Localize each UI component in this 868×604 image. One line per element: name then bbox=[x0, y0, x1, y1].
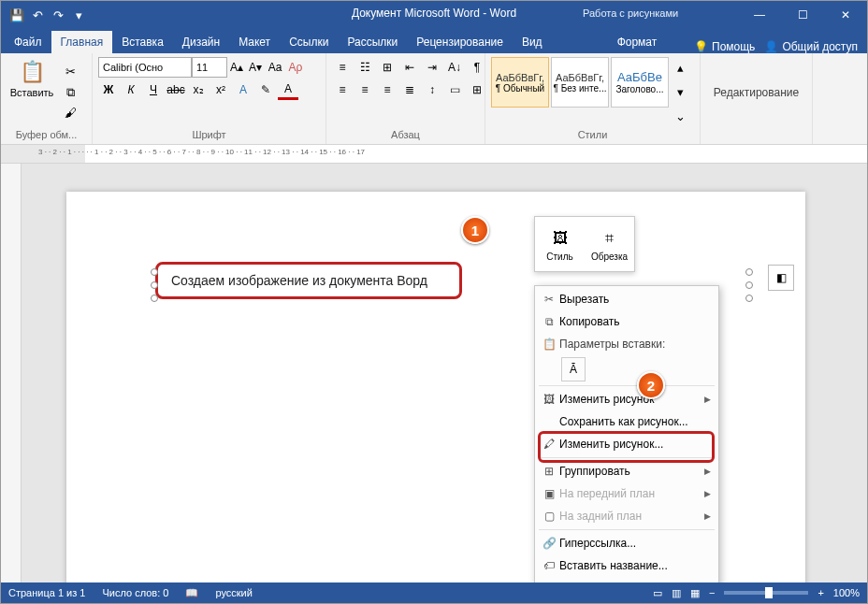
tab-file[interactable]: Файл bbox=[5, 31, 51, 53]
group-editing: Редактирование bbox=[701, 53, 813, 144]
zoom-in-icon[interactable]: + bbox=[817, 587, 823, 598]
styles-scroll-up-icon[interactable]: ▴ bbox=[671, 59, 689, 78]
multilevel-icon[interactable]: ⊞ bbox=[377, 57, 398, 78]
tab-format[interactable]: Формат bbox=[608, 31, 667, 53]
grow-font-icon[interactable]: A▴ bbox=[227, 61, 246, 74]
selected-textbox[interactable]: Создаем изображение из документа Ворд bbox=[155, 262, 462, 299]
tab-design[interactable]: Дизайн bbox=[173, 31, 229, 53]
vertical-ruler[interactable] bbox=[1, 164, 22, 582]
align-left-icon[interactable]: ≡ bbox=[332, 79, 353, 100]
layout-options-icon[interactable]: ◧ bbox=[768, 265, 794, 291]
ctx-edit-picture[interactable]: 🖍Изменить рисунок... bbox=[535, 433, 718, 455]
ctx-hyperlink[interactable]: 🔗Гиперссылка... bbox=[535, 532, 718, 554]
clear-format-icon[interactable]: Aρ bbox=[285, 61, 306, 74]
ctx-copy[interactable]: ⧉Копировать bbox=[535, 310, 718, 333]
editing-dropdown[interactable]: Редактирование bbox=[714, 86, 799, 99]
handle-right[interactable] bbox=[745, 268, 753, 276]
paste-option-keep-text[interactable]: Ā bbox=[561, 357, 586, 381]
status-language[interactable]: русский bbox=[215, 587, 252, 598]
style-no-spacing[interactable]: АаБбВвГг, ¶ Без инте... bbox=[551, 57, 609, 108]
tab-view[interactable]: Вид bbox=[513, 31, 552, 53]
tab-home[interactable]: Главная bbox=[51, 31, 113, 53]
zoom-level[interactable]: 100% bbox=[833, 587, 860, 598]
shading-icon[interactable]: ▭ bbox=[444, 79, 465, 100]
view-print-icon[interactable]: ▥ bbox=[672, 587, 681, 599]
page: Создаем изображение из документа Ворд ◧ … bbox=[66, 192, 805, 582]
line-spacing-icon[interactable]: ↕ bbox=[422, 79, 442, 100]
show-marks-icon[interactable]: ¶ bbox=[467, 57, 487, 78]
italic-button[interactable]: К bbox=[121, 79, 141, 100]
bullets-icon[interactable]: ≡ bbox=[332, 57, 353, 78]
zoom-slider[interactable] bbox=[724, 591, 808, 595]
ctx-change-picture[interactable]: 🖼Изменить рисунок▶ bbox=[535, 388, 718, 410]
proofing-icon[interactable]: 📖 bbox=[185, 587, 198, 599]
tab-review[interactable]: Рецензирование bbox=[407, 31, 513, 53]
ctx-wrap-text[interactable]: ▦Обтекание текстом▶ bbox=[535, 577, 718, 582]
handle-right2[interactable] bbox=[745, 281, 753, 289]
copy-icon[interactable]: ⧉ bbox=[61, 83, 80, 102]
styles-expand-icon[interactable]: ⌄ bbox=[671, 107, 689, 125]
minimize-button[interactable]: — bbox=[738, 1, 781, 29]
sort-icon[interactable]: A↓ bbox=[444, 57, 465, 78]
save-icon[interactable]: 💾 bbox=[8, 7, 25, 23]
qat-dropdown-icon[interactable]: ▾ bbox=[70, 7, 87, 23]
ctx-insert-caption[interactable]: 🏷Вставить название... bbox=[535, 554, 718, 577]
style-heading1[interactable]: АаБбВе Заголово... bbox=[611, 57, 669, 108]
bold-button[interactable]: Ж bbox=[98, 79, 119, 100]
underline-button[interactable]: Ч bbox=[143, 79, 164, 100]
text-effects-icon[interactable]: A bbox=[233, 79, 253, 100]
font-color-icon[interactable]: A bbox=[278, 79, 298, 100]
ctx-send-back[interactable]: ▢На задний план▶ bbox=[535, 505, 718, 527]
view-web-icon[interactable]: ▦ bbox=[690, 587, 700, 599]
handle-right3[interactable] bbox=[745, 295, 753, 302]
decrease-indent-icon[interactable]: ⇤ bbox=[399, 57, 420, 78]
handle-left2[interactable] bbox=[151, 281, 158, 289]
superscript-button[interactable]: x² bbox=[210, 79, 231, 100]
align-center-icon[interactable]: ≡ bbox=[354, 79, 375, 100]
subscript-button[interactable]: x₂ bbox=[188, 79, 209, 100]
increase-indent-icon[interactable]: ⇥ bbox=[422, 57, 442, 78]
chevron-right-icon: ▶ bbox=[704, 511, 711, 521]
numbering-icon[interactable]: ☷ bbox=[354, 57, 375, 78]
font-size-combo[interactable]: 11 bbox=[192, 57, 227, 78]
view-read-icon[interactable]: ▭ bbox=[653, 587, 662, 599]
close-button[interactable]: ✕ bbox=[824, 1, 867, 29]
font-name-combo[interactable]: Calibri (Осно bbox=[98, 57, 192, 78]
styles-scroll-down-icon[interactable]: ▾ bbox=[671, 82, 689, 101]
shrink-font-icon[interactable]: A▾ bbox=[246, 61, 265, 74]
cut-icon[interactable]: ✂ bbox=[61, 63, 80, 81]
justify-icon[interactable]: ≣ bbox=[399, 79, 420, 100]
align-right-icon[interactable]: ≡ bbox=[377, 79, 398, 100]
ctx-save-as-picture[interactable]: Сохранить как рисунок... bbox=[535, 410, 718, 433]
ctx-cut[interactable]: ✂Вырезать bbox=[535, 288, 718, 310]
mini-crop-button[interactable]: ⌗ Обрезка bbox=[585, 217, 634, 271]
share-button[interactable]: 👤Общий доступ bbox=[764, 40, 858, 53]
strike-button[interactable]: abc bbox=[166, 79, 186, 100]
horizontal-ruler[interactable]: 3 · · 2 · · 1 · · · · · 1 · · 2 · · 3 · … bbox=[1, 145, 867, 164]
zoom-thumb[interactable] bbox=[765, 587, 773, 598]
ctx-bring-front[interactable]: ▣На передний план▶ bbox=[535, 482, 718, 505]
tab-mailings[interactable]: Рассылки bbox=[338, 31, 407, 53]
highlight-icon[interactable]: ✎ bbox=[255, 79, 276, 100]
zoom-out-icon[interactable]: − bbox=[709, 587, 715, 598]
ctx-group[interactable]: ⊞Группировать▶ bbox=[535, 460, 718, 482]
style-normal[interactable]: АаБбВвГг, ¶ Обычный bbox=[491, 57, 549, 108]
format-painter-icon[interactable]: 🖌 bbox=[61, 104, 80, 122]
status-page[interactable]: Страница 1 из 1 bbox=[8, 587, 85, 598]
maximize-button[interactable]: ☐ bbox=[781, 1, 824, 29]
tab-references[interactable]: Ссылки bbox=[280, 31, 338, 53]
change-case-icon[interactable]: Aa bbox=[265, 61, 285, 74]
paste-button[interactable]: 📋 Вставить bbox=[7, 57, 57, 127]
mini-style-button[interactable]: 🖼 Стиль bbox=[535, 217, 585, 271]
tab-insert[interactable]: Вставка bbox=[112, 31, 173, 53]
handle-left3[interactable] bbox=[151, 295, 158, 302]
tell-me[interactable]: 💡Помощь bbox=[694, 40, 755, 53]
borders-icon[interactable]: ⊞ bbox=[467, 79, 487, 100]
annotation-badge-1: 1 bbox=[461, 216, 489, 244]
status-wordcount[interactable]: Число слов: 0 bbox=[102, 587, 168, 598]
redo-icon[interactable]: ↷ bbox=[50, 7, 66, 23]
handle-left[interactable] bbox=[151, 268, 158, 276]
undo-icon[interactable]: ↶ bbox=[29, 7, 46, 23]
tab-layout[interactable]: Макет bbox=[229, 31, 280, 53]
ribbon-tabs: Файл Главная Вставка Дизайн Макет Ссылки… bbox=[1, 29, 867, 53]
